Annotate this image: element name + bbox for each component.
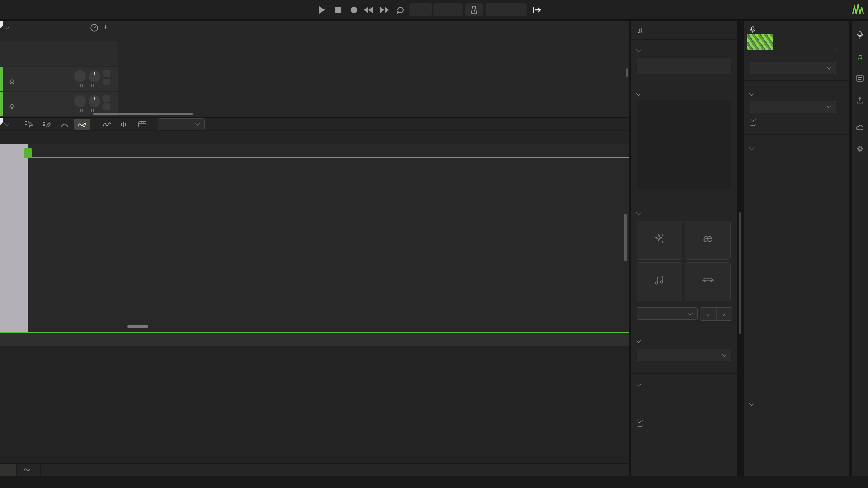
retake-film-tool[interactable] (134, 119, 151, 130)
retake-all-button[interactable] (637, 221, 682, 260)
mute-button[interactable] (103, 70, 110, 77)
stop-button[interactable] (333, 5, 344, 15)
tab-pitch-deviation[interactable] (17, 464, 41, 476)
solo-button[interactable] (103, 103, 110, 110)
arrangement-panel: + (0, 21, 629, 117)
voice-language-dropdown[interactable] (750, 101, 836, 113)
collapse-arrangement-icon[interactable] (4, 24, 9, 29)
signature-row[interactable] (0, 41, 118, 53)
select-tool[interactable] (21, 119, 38, 130)
solo-button[interactable] (103, 79, 110, 85)
mute-button[interactable] (103, 95, 110, 102)
expression-pad[interactable] (637, 100, 731, 190)
piano-roll-grid[interactable] (0, 144, 629, 332)
notes-tab-icon[interactable]: ♫ (856, 52, 864, 61)
time-signature-display[interactable] (409, 3, 432, 16)
panel-scroll-rail (738, 21, 743, 476)
lyrics-tab-icon[interactable] (856, 74, 864, 82)
arrangement-scrollbar[interactable] (626, 68, 628, 77)
tempo-row[interactable] (0, 53, 118, 66)
collapse-piano-roll-icon[interactable] (4, 121, 9, 126)
collapse-mode-icon[interactable] (636, 47, 641, 52)
voice-tab-icon[interactable] (856, 31, 864, 39)
add-track-button[interactable]: + (103, 22, 108, 32)
rewind-button[interactable] (363, 5, 374, 15)
microphone-icon (9, 80, 14, 85)
ae-icon: æ (703, 233, 712, 244)
pan-meter-icon (91, 109, 98, 112)
track-octave[interactable] (0, 92, 118, 116)
tab-phoneme-timing[interactable] (0, 464, 17, 476)
collapse-expression-icon[interactable] (636, 91, 641, 96)
time-display[interactable] (486, 3, 527, 16)
piano-roll-ruler[interactable] (0, 131, 629, 144)
pan-meter-icon (91, 84, 98, 87)
volume-meter-icon (77, 84, 83, 87)
retake-select-dropdown[interactable] (637, 307, 698, 320)
app-window: + (0, 0, 868, 488)
arrangement-hscrollbar[interactable] (93, 113, 193, 115)
relaxed-consonants-checkbox[interactable] (750, 119, 756, 126)
record-button[interactable] (349, 5, 359, 15)
pitch-pen-tool[interactable] (74, 119, 90, 130)
relaxed-consonants-row (750, 119, 760, 126)
music-note-icon (654, 274, 665, 286)
collapse-ai-retakes-icon[interactable] (636, 210, 641, 215)
retake-next-button[interactable]: › (717, 308, 732, 320)
draw-note-tool[interactable] (38, 119, 55, 130)
tempo-display[interactable] (433, 3, 463, 16)
evenly-split-checkbox[interactable] (637, 420, 643, 427)
export-icon[interactable] (856, 96, 864, 104)
cloud-icon[interactable] (856, 123, 864, 131)
track-lead[interactable] (0, 67, 118, 91)
curve-tool[interactable] (56, 119, 73, 130)
go-to-end-button[interactable] (532, 5, 542, 15)
vibrato-tool[interactable] (99, 119, 115, 130)
note-language-dropdown[interactable] (637, 349, 731, 361)
retake-timing-button[interactable]: æ (685, 221, 731, 260)
arrangement-ruler[interactable] (118, 21, 629, 34)
collapse-language-icon[interactable] (636, 338, 641, 343)
sparkles-icon (654, 233, 665, 244)
retake-prev-button[interactable]: ‹ (700, 308, 717, 320)
fast-forward-button[interactable] (379, 5, 390, 15)
piano-roll-header (0, 118, 629, 131)
volume-knob[interactable] (74, 70, 86, 82)
wave-icon (23, 467, 30, 473)
version-dropdown[interactable] (750, 62, 836, 74)
parameter-lane[interactable] (0, 346, 629, 463)
transport-bar (0, 0, 868, 20)
bottom-tab-bar (0, 463, 629, 476)
phoneme-strip[interactable] (0, 332, 629, 346)
mode-rap-button[interactable] (684, 58, 731, 74)
voice-panel (744, 21, 849, 476)
mode-sing-button[interactable] (637, 58, 684, 74)
grid-size-dropdown[interactable] (158, 118, 205, 130)
right-icon-sidebar: ♫ ⚙ (852, 21, 868, 476)
pan-knob[interactable] (89, 70, 100, 82)
voice-selector[interactable] (747, 34, 837, 50)
bottom-strip (0, 476, 868, 488)
gauge-icon[interactable] (90, 24, 98, 32)
settings-gear-icon[interactable]: ⚙ (856, 145, 864, 153)
notes-panel-scrollbar[interactable] (739, 212, 741, 334)
retake-timbre-button[interactable] (685, 262, 731, 301)
collapse-vocal-mode-icon[interactable] (749, 145, 754, 150)
track-color-bar (0, 92, 3, 116)
add-lane-button[interactable] (41, 464, 55, 476)
lips-icon (702, 274, 714, 286)
collapse-parameters-icon[interactable] (749, 401, 754, 406)
play-button[interactable] (316, 5, 327, 15)
volume-knob[interactable] (74, 95, 86, 107)
evenly-split-checkbox-row (637, 420, 647, 427)
dynamics-tool[interactable] (116, 119, 133, 130)
phonemes-input[interactable] (637, 401, 731, 413)
arrangement-grid[interactable] (118, 34, 629, 117)
metronome-button[interactable] (465, 3, 483, 16)
notes-icon: ♫ (637, 26, 642, 34)
collapse-phonemes-icon[interactable] (636, 381, 641, 386)
pan-knob[interactable] (89, 95, 100, 107)
collapse-voice-language-icon[interactable] (749, 91, 754, 96)
retake-pitch-button[interactable] (637, 262, 682, 301)
loop-button[interactable] (395, 5, 406, 15)
